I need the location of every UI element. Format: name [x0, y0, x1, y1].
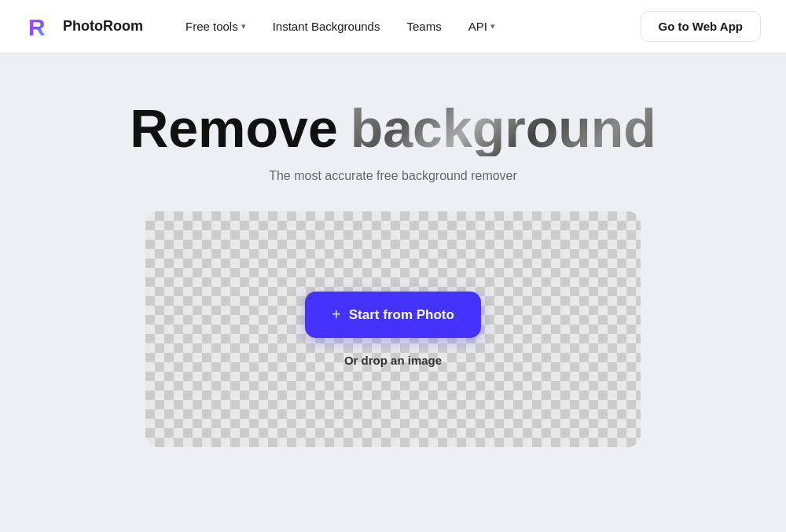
logo-text: PhotoRoom	[63, 18, 143, 35]
logo-link[interactable]: R PhotoRoom	[25, 12, 143, 42]
nav-item-teams[interactable]: Teams	[395, 13, 452, 39]
drop-hint: Or drop an image	[344, 354, 442, 367]
navbar: R PhotoRoom Free tools ▾ Instant Backgro…	[0, 0, 786, 53]
start-from-photo-label: Start from Photo	[349, 307, 454, 323]
nav-links: Free tools ▾ Instant Backgrounds Teams A…	[174, 13, 641, 39]
go-to-webapp-button[interactable]: Go to Web App	[641, 11, 761, 42]
plus-icon: +	[332, 306, 341, 324]
start-from-photo-button[interactable]: + Start from Photo	[305, 292, 481, 338]
chevron-down-icon: ▾	[241, 21, 246, 31]
main-content: Remove background The most accurate free…	[0, 53, 786, 532]
navbar-cta: Go to Web App	[641, 11, 761, 42]
heading-remove: Remove	[130, 101, 338, 156]
logo-icon: R	[25, 12, 55, 42]
upload-area[interactable]: + Start from Photo Or drop an image	[145, 211, 641, 447]
nav-item-free-tools[interactable]: Free tools ▾	[174, 13, 257, 39]
svg-text:R: R	[28, 14, 46, 40]
heading-background: background	[351, 101, 656, 156]
nav-item-api[interactable]: API ▾	[457, 13, 506, 39]
hero-heading: Remove background	[130, 101, 656, 156]
nav-item-instant-backgrounds[interactable]: Instant Backgrounds	[262, 13, 391, 39]
hero-subtitle: The most accurate free background remove…	[269, 169, 517, 183]
chevron-down-icon-api: ▾	[490, 21, 495, 31]
upload-area-content: + Start from Photo Or drop an image	[305, 292, 481, 367]
